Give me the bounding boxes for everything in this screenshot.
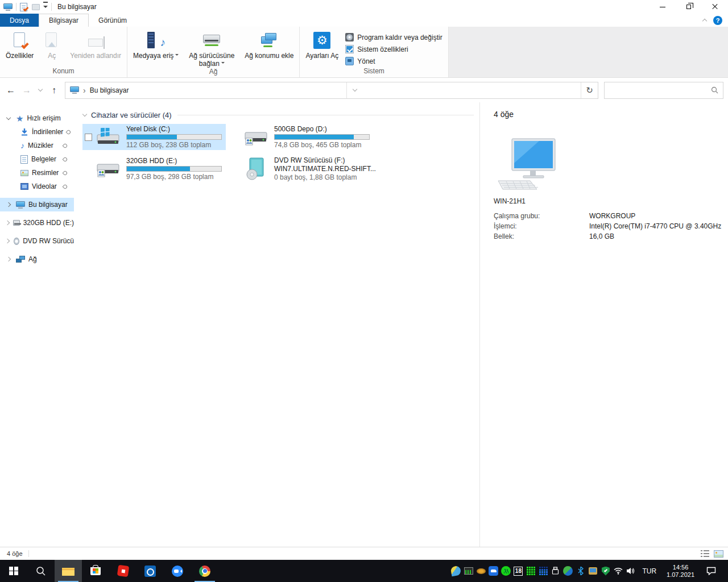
tab-view[interactable]: Görünüm <box>89 14 136 27</box>
volume-tray-icon[interactable] <box>626 566 635 576</box>
calendar-day-tray-icon[interactable]: 18 <box>514 567 523 576</box>
language-indicator[interactable]: TUR <box>638 567 660 575</box>
taskbar-roblox-button[interactable] <box>109 560 136 582</box>
status-bar: 4 öğe <box>0 547 728 560</box>
title-bar: Bu bilgisayar <box>0 0 728 14</box>
task-manager-tray-icon[interactable] <box>464 567 473 575</box>
gpu-meter-green-tray-icon[interactable] <box>526 567 535 576</box>
map-network-drive-button[interactable]: Ağ sürücüsüne bağlan <box>182 28 241 68</box>
capacity-bar <box>274 134 370 140</box>
expand-chevron-icon[interactable] <box>6 257 11 261</box>
recent-locations-button[interactable] <box>35 83 46 98</box>
restore-button[interactable] <box>676 0 702 14</box>
gpu-meter-blue-tray-icon[interactable] <box>539 567 548 576</box>
car-app-tray-icon[interactable] <box>489 566 498 576</box>
open-button[interactable]: Aç <box>37 28 67 60</box>
network-icon <box>16 256 25 263</box>
large-icons-view-button[interactable] <box>714 550 723 558</box>
properties-icon <box>13 32 27 48</box>
date: 1.07.2021 <box>667 571 694 579</box>
search-input[interactable] <box>609 86 711 94</box>
tab-computer[interactable]: Bilgisayar <box>39 14 89 27</box>
taskbar-search-button[interactable] <box>27 560 55 582</box>
globe-tray-icon[interactable] <box>450 566 462 577</box>
security-shield-tray-icon[interactable] <box>602 567 610 576</box>
back-button[interactable]: ← <box>3 83 18 98</box>
add-network-location-button[interactable]: Ağ konumu ekle <box>241 28 297 60</box>
search-box[interactable] <box>604 82 723 99</box>
help-button[interactable]: ? <box>713 16 722 25</box>
uninstall-program-button[interactable]: Program kaldır veya değiştir <box>342 31 445 43</box>
download-manager-tray-icon[interactable] <box>563 566 573 576</box>
hdd-drive-icon <box>97 160 119 178</box>
sidebar-item-downloads[interactable]: İndirilenler <box>0 125 74 139</box>
group-collapse-chevron-icon[interactable] <box>82 111 87 116</box>
downloads-icon <box>20 128 28 136</box>
expand-chevron-icon[interactable] <box>5 221 9 225</box>
open-settings-button[interactable]: ⚙ Ayarları Aç <box>302 28 342 60</box>
uninstall-icon <box>345 33 354 41</box>
expand-chevron-icon[interactable] <box>6 115 11 119</box>
expand-chevron-icon[interactable] <box>5 239 10 243</box>
file-explorer-icon <box>61 566 75 576</box>
minimize-button[interactable] <box>650 0 676 14</box>
drive-tile-e[interactable]: 320GB HDD (E:) 97,3 GB boş, 298 GB topla… <box>82 156 226 182</box>
breadcrumb[interactable]: Bu bilgisayar <box>90 86 129 94</box>
sidebar-item-pictures[interactable]: Resimler <box>0 166 74 180</box>
taskbar-file-explorer-button[interactable] <box>55 560 82 582</box>
file-list-area: Cihazlar ve sürücüler (4) Yerel Disk (C:… <box>74 102 479 547</box>
drive-tile-d[interactable]: 500GB Depo (D:) 74,8 GB boş, 465 GB topl… <box>230 124 374 150</box>
sidebar-item-documents[interactable]: Belgeler <box>0 152 74 166</box>
start-button[interactable] <box>0 560 27 582</box>
drive-tile-c[interactable]: Yerel Disk (C:) 112 GB boş, 238 GB topla… <box>82 124 226 150</box>
taskbar-store-button[interactable] <box>82 560 109 582</box>
network-computer-tray-icon[interactable] <box>589 567 597 575</box>
sidebar-item-320gb-hdd[interactable]: 320GB HDD (E:) <box>0 216 74 230</box>
zoom-icon <box>172 566 183 577</box>
details-row: İşlemci:Intel(R) Core(TM) i7-4770 CPU @ … <box>494 221 722 231</box>
address-dropdown-button[interactable] <box>346 82 363 98</box>
refresh-button[interactable]: ↻ <box>581 82 598 98</box>
up-button[interactable]: ↑ <box>47 83 61 98</box>
separator <box>16 3 16 11</box>
status-item-count: 4 öğe <box>7 550 23 557</box>
volume-label: WIN7.ULTIMATE.N.RED-SHIFT... <box>274 165 371 173</box>
sidebar-item-this-pc[interactable]: Bu bilgisayar <box>0 198 74 211</box>
taskbar-chrome-button[interactable] <box>191 560 218 582</box>
access-media-button[interactable]: ♪ Medyaya eriş <box>130 28 182 60</box>
item-checkbox[interactable] <box>85 134 92 141</box>
properties-button[interactable]: Özellikler <box>2 28 37 60</box>
dvd-icon <box>14 238 19 245</box>
expand-chevron-icon[interactable] <box>6 202 11 207</box>
system-properties-button[interactable]: Sistem özellikleri <box>342 43 445 55</box>
disc-tray-icon[interactable] <box>477 568 486 574</box>
usb-eject-tray-icon[interactable] <box>551 566 560 576</box>
address-bar[interactable]: › Bu bilgisayar ↻ <box>65 82 598 99</box>
collapse-ribbon-chevron-icon[interactable] <box>702 19 707 23</box>
sidebar-item-videos[interactable]: Videolar <box>0 180 74 193</box>
rename-button[interactable]: Yeniden adlandır <box>67 28 125 60</box>
time: 14:56 <box>673 564 689 571</box>
clock[interactable]: 14:56 1.07.2021 <box>663 564 698 579</box>
razer-tray-icon[interactable] <box>501 566 511 576</box>
taskbar-outlook-button[interactable] <box>136 560 164 582</box>
sidebar-item-music[interactable]: ♪ Müzikler <box>0 139 74 152</box>
network-drive-icon <box>203 35 220 46</box>
action-center-button[interactable] <box>701 567 721 575</box>
sidebar-item-quick-access[interactable]: ★ Hızlı erişim <box>0 111 74 125</box>
drive-tile-f[interactable]: DVD RW Sürücüsü (F:) WIN7.ULTIMATE.N.RED… <box>230 156 374 182</box>
manage-button[interactable]: Yönet <box>342 55 445 67</box>
taskbar-zoom-button[interactable] <box>164 560 191 582</box>
qat-customize-button[interactable] <box>43 2 48 12</box>
forward-button[interactable]: → <box>19 83 34 98</box>
close-button[interactable] <box>702 0 728 14</box>
bluetooth-tray-icon[interactable] <box>576 566 585 576</box>
details-view-button[interactable] <box>701 550 709 557</box>
qat-properties-button[interactable] <box>20 2 28 12</box>
sidebar-item-network[interactable]: Ağ <box>0 252 74 266</box>
tab-file[interactable]: Dosya <box>0 14 39 27</box>
qat-new-folder-button[interactable] <box>32 2 40 12</box>
dropdown-caret-icon <box>221 62 225 65</box>
sidebar-item-dvd-drive[interactable]: DVD RW Sürücü <box>0 234 74 248</box>
wifi-tray-icon[interactable] <box>613 566 623 576</box>
